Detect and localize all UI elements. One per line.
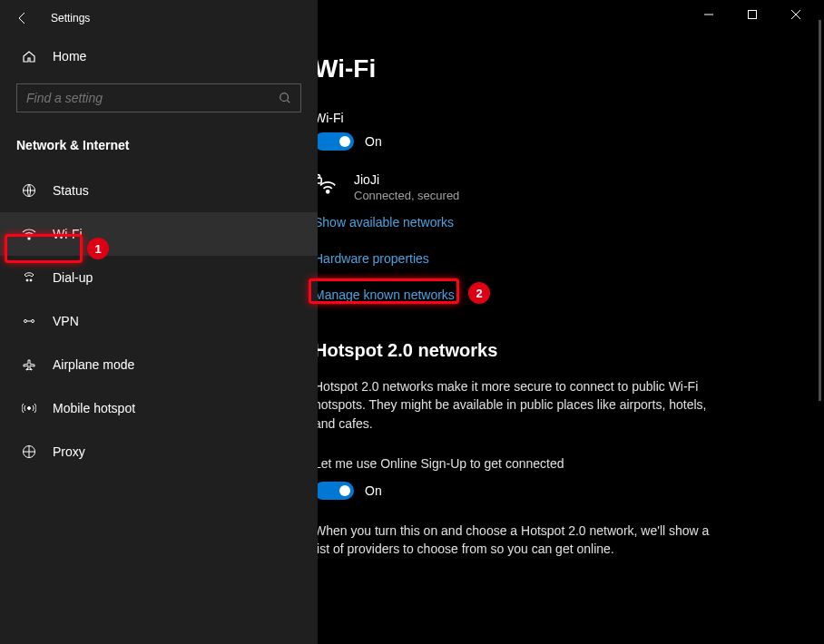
sidebar-item-label: Airplane mode [53,357,134,372]
globe-icon [22,183,36,198]
search-input[interactable] [26,91,279,105]
annotation-highlight-wifi [5,234,83,263]
sidebar: Settings Home Network & Internet Status … [0,0,318,644]
page-title: Wi-Fi [318,54,785,83]
sidebar-item-hotspot[interactable]: Mobile hotspot [0,386,318,430]
back-button[interactable] [9,5,36,32]
scrollbar[interactable] [819,0,821,644]
home-nav[interactable]: Home [0,36,318,76]
sidebar-item-label: Proxy [53,444,85,459]
svg-rect-10 [318,178,321,183]
wifi-toggle-label: On [365,134,382,149]
link-show-networks[interactable]: Show available networks [318,215,785,229]
annotation-badge-2: 2 [468,282,490,304]
signup-label: Let me use Online Sign-Up to get connect… [318,454,713,473]
titlebar: Settings [0,0,318,36]
svg-point-4 [30,279,32,281]
signup-body: When you turn this on and choose a Hotsp… [318,522,713,559]
sidebar-item-label: VPN [53,314,79,328]
main-content: Wi-Fi Wi-Fi On JioJi Connected, secured [318,0,821,644]
link-hardware-properties[interactable]: Hardware properties [318,251,785,266]
sidebar-item-status[interactable]: Status [0,169,318,212]
dialup-icon [22,270,36,285]
signup-toggle-label: On [365,483,382,498]
search-box[interactable] [16,83,301,112]
wifi-secured-icon [318,172,339,194]
sidebar-item-vpn[interactable]: VPN [0,299,318,343]
vpn-icon [22,314,36,328]
svg-point-3 [26,279,28,281]
search-icon [279,92,291,104]
wifi-subheader: Wi-Fi [318,111,785,125]
wifi-toggle[interactable] [318,132,354,151]
sidebar-item-proxy[interactable]: Proxy [0,430,318,473]
airplane-icon [22,357,36,372]
maximize-button[interactable] [731,0,774,29]
sidebar-item-label: Mobile hotspot [53,401,135,415]
hotspot-header: Hotspot 2.0 networks [318,340,785,361]
sidebar-item-label: Status [53,183,89,198]
svg-rect-11 [749,11,757,19]
annotation-badge-1: 1 [87,238,109,259]
minimize-button[interactable] [687,0,731,29]
sidebar-item-airplane[interactable]: Airplane mode [0,343,318,386]
connection-status: Connected, secured [354,189,459,202]
home-icon [22,49,36,63]
current-connection: JioJi Connected, secured [318,172,785,202]
annotation-highlight-manage [309,278,459,304]
sidebar-item-label: Dial-up [53,270,93,285]
home-label: Home [53,49,86,63]
connection-name: JioJi [354,172,459,187]
svg-point-9 [327,190,329,193]
svg-point-7 [28,407,31,410]
proxy-icon [22,444,36,459]
hotspot-body: Hotspot 2.0 networks make it more secure… [318,377,713,433]
window-controls [687,0,818,29]
app-title: Settings [51,12,90,24]
signup-toggle[interactable] [318,482,354,500]
hotspot-icon [22,401,36,415]
section-header: Network & Internet [0,125,318,169]
close-button[interactable] [774,0,818,29]
svg-point-0 [280,93,289,102]
svg-point-6 [32,320,34,323]
svg-point-5 [25,320,27,323]
